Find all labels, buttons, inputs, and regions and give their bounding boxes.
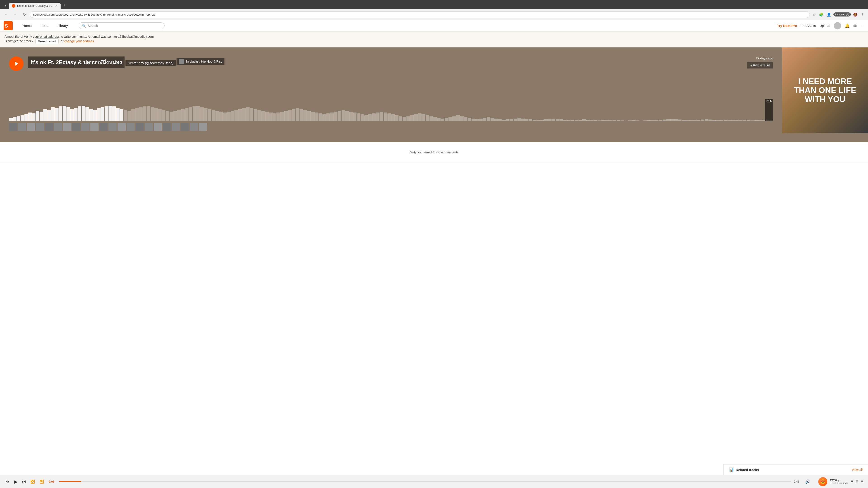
waveform-bar[interactable]: [82, 106, 85, 121]
waveform-bar[interactable]: [181, 109, 185, 121]
waveform-bar[interactable]: [594, 120, 597, 121]
waveform-bar[interactable]: [357, 113, 360, 121]
waveform-bar[interactable]: [307, 111, 311, 121]
waveform-bar[interactable]: [575, 120, 578, 121]
waveform-bar[interactable]: [269, 112, 273, 121]
waveform-bar[interactable]: [735, 120, 739, 121]
waveform-bar[interactable]: [315, 112, 318, 121]
waveform-bar[interactable]: [468, 118, 471, 121]
waveform-bar[interactable]: [403, 117, 406, 121]
waveform-bar[interactable]: [487, 117, 490, 121]
waveform-bar[interactable]: [372, 113, 376, 121]
skip-back-button[interactable]: ⏮: [4, 478, 10, 485]
waveform-bar[interactable]: [559, 119, 563, 121]
waveform-bar[interactable]: [227, 111, 230, 121]
waveform-bar[interactable]: [39, 111, 43, 121]
waveform-bar[interactable]: [174, 111, 177, 121]
waveform-bar[interactable]: [460, 116, 464, 121]
address-input[interactable]: [30, 11, 810, 18]
waveform-bar[interactable]: [47, 110, 51, 121]
waveform-bar[interactable]: [678, 120, 682, 121]
waveform-bar[interactable]: [582, 119, 586, 121]
waveform-bar[interactable]: [571, 120, 575, 121]
waveform-bar[interactable]: [456, 115, 460, 121]
waveform-bar[interactable]: [349, 111, 353, 121]
waveform-bar[interactable]: [632, 120, 636, 121]
waveform-bar[interactable]: [758, 120, 762, 121]
tab-close-button[interactable]: ✕: [55, 4, 58, 8]
waveform-bar[interactable]: [430, 116, 433, 121]
notifications-bell-icon[interactable]: 🔔: [845, 23, 850, 28]
waveform-bar[interactable]: [66, 107, 70, 121]
waveform-bar[interactable]: [383, 112, 387, 121]
waveform-bar[interactable]: [238, 109, 242, 121]
waveform-bar[interactable]: [464, 117, 467, 121]
waveform-bar[interactable]: [231, 111, 235, 121]
soundcloud-logo[interactable]: S: [4, 21, 13, 30]
waveform-bar[interactable]: [89, 109, 93, 121]
waveform-bar[interactable]: [391, 114, 395, 121]
play-button-large[interactable]: [9, 57, 24, 71]
waveform-bar[interactable]: [154, 108, 158, 121]
waveform-bar[interactable]: [406, 116, 410, 121]
messages-icon[interactable]: ✉: [853, 23, 857, 28]
waveform-bar[interactable]: [296, 108, 299, 121]
waveform-bar[interactable]: [204, 108, 208, 121]
waveform-bar[interactable]: [300, 109, 303, 121]
waveform-bar[interactable]: [345, 111, 349, 121]
active-tab[interactable]: Listen to It's ok 2Ectasy & th... ✕: [9, 3, 61, 9]
waveform-bar[interactable]: [120, 109, 123, 121]
waveform-bar[interactable]: [613, 120, 616, 121]
waveform-bar[interactable]: [483, 118, 487, 121]
waveform-bar[interactable]: [399, 116, 402, 121]
waveform-bar[interactable]: [388, 113, 391, 121]
waveform-bar[interactable]: [544, 119, 548, 121]
waveform-bar[interactable]: [689, 120, 693, 121]
nav-library[interactable]: Library: [54, 22, 71, 29]
try-next-pro-button[interactable]: Try Next Pro: [777, 24, 797, 28]
waveform-bar[interactable]: [643, 121, 647, 121]
repeat-button[interactable]: 🔁: [39, 479, 45, 485]
waveform-bar[interactable]: [601, 120, 605, 121]
waveform-bar[interactable]: [651, 120, 655, 121]
waveform-bar[interactable]: [361, 114, 364, 121]
forward-button[interactable]: →: [12, 11, 19, 18]
waveform-bar[interactable]: [743, 120, 746, 121]
waveform-bar[interactable]: [662, 120, 666, 121]
waveform-bar[interactable]: [540, 120, 544, 121]
waveform-bar[interactable]: [628, 121, 632, 121]
waveform-bar[interactable]: [70, 109, 74, 121]
waveform-bar[interactable]: [166, 111, 169, 121]
tab-scroll-left[interactable]: ▾: [3, 3, 8, 8]
waveform-bar[interactable]: [380, 111, 383, 121]
waveform-bar[interactable]: [605, 120, 609, 121]
waveform-bar[interactable]: [208, 109, 211, 121]
waveform-bar[interactable]: [311, 111, 315, 121]
waveform-bar[interactable]: [51, 107, 55, 121]
waveform-bar[interactable]: [135, 108, 139, 121]
waveform-bar[interactable]: [212, 110, 215, 121]
waveform-bar[interactable]: [326, 113, 330, 121]
waveform-bar[interactable]: [169, 111, 173, 121]
waveform-bar[interactable]: [640, 121, 643, 121]
waveform-bar[interactable]: [74, 108, 78, 121]
waveform-bar[interactable]: [330, 112, 334, 121]
waveform-bar[interactable]: [510, 119, 513, 121]
waveform-bar[interactable]: [112, 106, 116, 121]
waveform-bar[interactable]: [9, 118, 13, 121]
waveform-bar[interactable]: [609, 120, 613, 121]
waveform-bar[interactable]: [422, 114, 426, 121]
waveform-bar[interactable]: [552, 119, 555, 121]
waveform-bar[interactable]: [28, 112, 32, 121]
waveform-bar[interactable]: [674, 119, 678, 121]
waveform-bar[interactable]: [303, 110, 307, 121]
upload-button[interactable]: Upload: [819, 24, 830, 28]
waveform-bar[interactable]: [620, 121, 624, 121]
track-playlist[interactable]: In playlist: Hip Hop & Rap: [177, 58, 224, 65]
search-box[interactable]: 🔍: [79, 22, 164, 29]
waveform-bar[interactable]: [59, 106, 62, 121]
waveform-bar[interactable]: [414, 114, 418, 121]
waveform-bar[interactable]: [265, 111, 269, 121]
waveform-bar[interactable]: [143, 106, 147, 121]
progress-bar[interactable]: [59, 481, 791, 482]
